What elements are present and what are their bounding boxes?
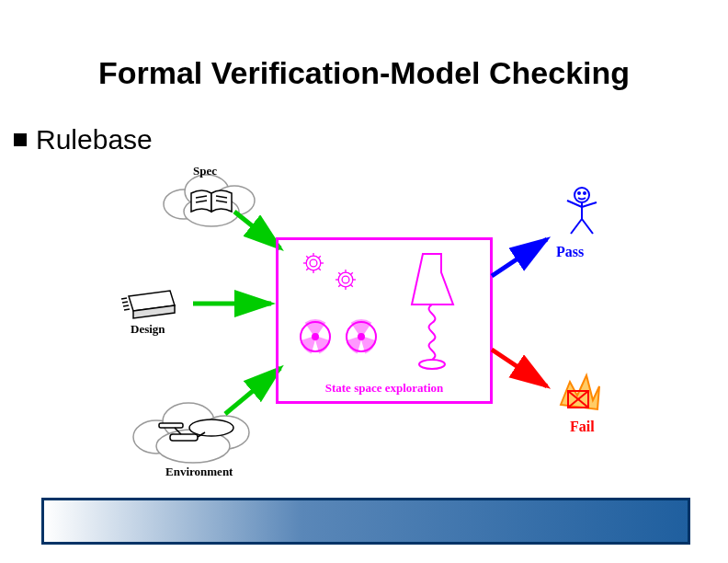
svg-line-33 [306,268,309,270]
arrow-icon [487,230,561,285]
design-label: Design [131,322,165,337]
svg-rect-19 [159,423,183,428]
state-space-box: State space exploration [276,237,493,404]
svg-point-52 [574,188,589,202]
svg-line-42 [350,272,353,275]
svg-line-51 [492,350,547,386]
svg-line-23 [225,368,280,414]
svg-line-40 [338,272,341,275]
svg-point-53 [578,192,580,194]
svg-line-21 [234,212,280,248]
pass-label: Pass [556,244,584,260]
svg-line-58 [571,219,582,234]
square-bullet-icon [14,133,27,146]
svg-line-31 [318,268,321,270]
radiation-icon [343,318,380,355]
state-space-label: State space exploration [279,381,490,396]
pass-icon [556,184,607,243]
svg-line-41 [350,284,353,287]
arrow-icon [487,340,561,396]
apparatus-icon [403,249,467,377]
gear-icon [334,268,358,292]
svg-line-32 [318,256,321,259]
spec-label: Spec [193,164,217,178]
svg-rect-17 [170,434,198,441]
page-title: Formal Verification-Model Checking [0,55,728,91]
svg-line-11 [124,309,130,310]
svg-line-10 [123,305,129,306]
chip-icon [119,285,184,322]
bullet-text: Rulebase [36,124,153,155]
footer-bar [41,498,690,545]
svg-line-43 [338,284,341,287]
radiation-icon [297,318,334,355]
svg-point-54 [584,192,586,194]
arrow-icon [188,290,280,317]
environment-label: Environment [165,465,233,479]
svg-point-24 [310,259,317,267]
gear-icon [301,251,325,275]
design-chip [119,285,184,326]
fail-icon [552,368,607,422]
slide: Formal Verification-Model Checking Ruleb… [0,0,728,563]
svg-point-49 [419,360,445,369]
svg-line-50 [492,239,547,276]
fail-label: Fail [570,419,595,435]
svg-point-34 [342,276,349,283]
svg-line-9 [122,302,128,303]
svg-line-59 [582,219,593,234]
diagram: Spec Design [92,166,643,497]
svg-line-8 [121,298,127,299]
svg-line-57 [582,202,597,207]
bullet-item: Rulebase [14,124,153,155]
svg-line-30 [306,256,309,259]
